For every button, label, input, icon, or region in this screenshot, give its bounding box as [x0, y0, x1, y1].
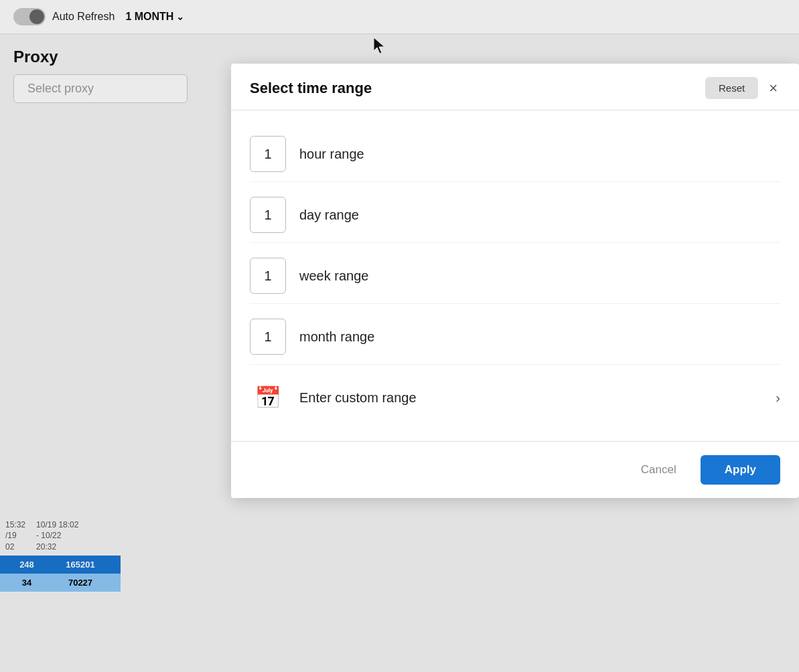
cancel-button[interactable]: Cancel	[630, 456, 687, 483]
hour-range-label: hour range	[299, 147, 364, 162]
week-range-value[interactable]: 1	[250, 258, 286, 294]
reset-button[interactable]: Reset	[705, 77, 758, 99]
select-time-range-modal: Select time range Reset × 1 hour range 1…	[231, 64, 799, 498]
calendar-icon-box: 📅	[250, 380, 286, 416]
custom-range-label: Enter custom range	[299, 390, 762, 406]
close-button[interactable]: ×	[766, 78, 780, 98]
day-range-row[interactable]: 1 day range	[250, 187, 780, 243]
hour-range-row[interactable]: 1 hour range	[250, 127, 780, 182]
week-range-label: week range	[299, 268, 368, 284]
month-range-label: month range	[299, 329, 374, 345]
month-range-value[interactable]: 1	[250, 319, 286, 355]
month-range-row[interactable]: 1 month range	[250, 309, 780, 365]
day-range-value[interactable]: 1	[250, 197, 286, 233]
modal-header-actions: Reset ×	[705, 77, 780, 99]
apply-button[interactable]: Apply	[701, 455, 780, 485]
modal-title: Select time range	[250, 80, 372, 97]
day-range-label: day range	[299, 207, 359, 223]
week-range-row[interactable]: 1 week range	[250, 248, 780, 304]
modal-footer: Cancel Apply	[231, 441, 799, 498]
chevron-right-icon: ›	[776, 390, 780, 406]
calendar-icon: 📅	[255, 385, 281, 410]
hour-range-value[interactable]: 1	[250, 136, 286, 172]
modal-body: 1 hour range 1 day range 1 week range 1 …	[231, 110, 799, 441]
modal-header: Select time range Reset ×	[231, 64, 799, 110]
custom-range-row[interactable]: 📅 Enter custom range ›	[250, 370, 780, 425]
